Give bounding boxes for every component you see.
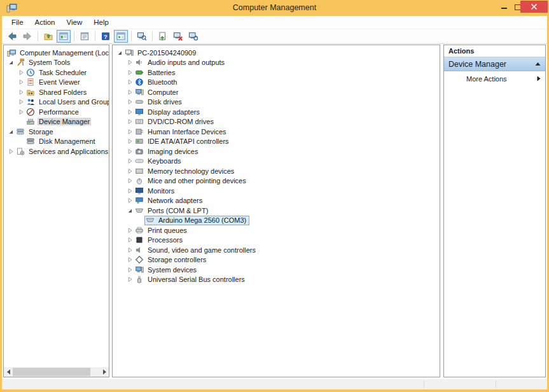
tree-item[interactable]: Storage [4, 127, 109, 137]
collapse-arrow-icon[interactable] [6, 129, 15, 135]
expand-arrow-icon[interactable] [125, 168, 134, 174]
tree-item[interactable]: Batteries [113, 67, 440, 78]
more-actions-item[interactable]: More Actions [444, 73, 545, 85]
actions-pane: Actions Device Manager More Actions [443, 45, 546, 377]
expand-arrow-icon[interactable] [125, 178, 134, 184]
tree-item[interactable]: PC-201504240909 [113, 48, 440, 58]
tree-item[interactable]: IDE ATA/ATAPI controllers [113, 137, 440, 147]
minimize-button[interactable] [501, 8, 507, 9]
tree-item[interactable]: Local Users and Groups [4, 97, 109, 108]
tree-item[interactable]: Ports (COM & LPT) [113, 206, 440, 216]
tree-item[interactable]: Bluetooth [113, 78, 440, 88]
menu-action[interactable]: Action [29, 17, 61, 29]
expand-arrow-icon[interactable] [125, 227, 134, 234]
tree-item-label: PC-201504240909 [136, 49, 197, 57]
menu-view[interactable]: View [61, 17, 88, 29]
tree-item[interactable]: Services and Applications [4, 146, 109, 157]
menu-file[interactable]: File [6, 17, 29, 29]
tree-item[interactable]: Mice and other pointing devices [113, 176, 440, 186]
ide-controller-icon [134, 137, 144, 146]
close-button[interactable] [520, 1, 548, 13]
tree-item[interactable]: Imaging devices [113, 146, 440, 157]
tree-item[interactable]: Processors [113, 235, 440, 246]
computer-refresh-icon [188, 31, 198, 41]
tree-item[interactable]: Performance [4, 107, 109, 117]
expand-arrow-icon[interactable] [125, 267, 134, 273]
tree-item[interactable]: Human Interface Devices [113, 127, 440, 137]
actions-group-device-manager[interactable]: Device Manager [444, 57, 545, 71]
tree-item[interactable]: Disk Management [4, 137, 109, 147]
show-action-pane-button[interactable] [114, 30, 128, 43]
scan-hardware-button[interactable] [186, 30, 200, 43]
tree-item[interactable]: System devices [113, 265, 440, 275]
up-level-button[interactable] [41, 30, 55, 43]
expand-arrow-icon[interactable] [125, 99, 134, 105]
scroll-right-arrow-icon[interactable] [100, 367, 109, 377]
expand-arrow-icon[interactable] [125, 247, 134, 253]
back-button[interactable] [5, 30, 19, 43]
tree-item[interactable]: Shared Folders [4, 87, 109, 97]
expand-arrow-icon[interactable] [125, 158, 134, 164]
expand-arrow-icon[interactable] [125, 129, 134, 135]
tree-item[interactable]: Print queues [113, 225, 440, 235]
expand-arrow-icon[interactable] [125, 276, 134, 283]
tree-item[interactable]: Storage controllers [113, 255, 440, 265]
scrollbar-track[interactable] [13, 367, 100, 377]
tree-item[interactable]: Computer Management (Local [4, 48, 109, 58]
tree-item[interactable]: Computer [113, 87, 440, 97]
help-button[interactable]: ? [99, 30, 113, 43]
expand-arrow-icon[interactable] [125, 79, 134, 85]
update-driver-button[interactable] [156, 30, 170, 43]
tree-item[interactable]: Arduino Mega 2560 (COM3) [113, 216, 440, 226]
tree-item[interactable]: Display adapters [113, 107, 440, 117]
expand-arrow-icon[interactable] [125, 256, 134, 263]
tree-item[interactable]: Keyboards [113, 157, 440, 167]
forward-button[interactable] [20, 30, 34, 43]
expand-arrow-icon[interactable] [125, 148, 134, 155]
expand-arrow-icon[interactable] [125, 69, 134, 76]
toolbar-separator [131, 31, 132, 41]
tree-item[interactable]: System Tools [4, 58, 109, 68]
expand-arrow-icon[interactable] [125, 197, 134, 204]
scrollbar-thumb[interactable] [13, 368, 90, 376]
expand-arrow-icon[interactable] [125, 188, 134, 194]
tree-item[interactable]: DVD/CD-ROM drives [113, 117, 440, 127]
collapse-arrow-icon[interactable] [125, 207, 134, 214]
tree-item[interactable]: Sound, video and game controllers [113, 245, 440, 255]
serial-port-icon [145, 216, 155, 225]
list-options-button[interactable] [78, 30, 92, 43]
expand-arrow-icon[interactable] [125, 118, 134, 125]
tree-item[interactable]: Event Viewer [4, 78, 109, 88]
expand-arrow-icon[interactable] [17, 109, 25, 115]
chevron-up-icon[interactable] [535, 62, 541, 66]
display-adapter-icon [134, 108, 144, 116]
expand-arrow-icon[interactable] [17, 79, 25, 85]
expand-arrow-icon[interactable] [125, 138, 134, 144]
find-computer-button[interactable] [135, 30, 149, 43]
show-console-tree-button[interactable] [57, 30, 71, 43]
tree-item[interactable]: Network adapters [113, 196, 440, 206]
expand-arrow-icon[interactable] [17, 89, 25, 95]
expand-arrow-icon[interactable] [125, 109, 134, 115]
expand-arrow-icon[interactable] [6, 148, 15, 155]
expand-arrow-icon[interactable] [125, 89, 134, 95]
collapse-arrow-icon[interactable] [115, 50, 124, 56]
collapse-arrow-icon[interactable] [6, 59, 15, 66]
expand-arrow-icon[interactable] [125, 59, 134, 66]
expand-arrow-icon[interactable] [17, 69, 25, 76]
tree-item[interactable]: Device Manager [4, 117, 109, 127]
menu-help[interactable]: Help [88, 17, 115, 29]
horizontal-scrollbar[interactable] [4, 367, 109, 377]
expand-arrow-icon[interactable] [17, 99, 25, 105]
tree-item[interactable]: Monitors [113, 186, 440, 196]
tree-item[interactable]: Universal Serial Bus controllers [113, 275, 440, 285]
tree-item[interactable]: Audio inputs and outputs [113, 58, 440, 68]
actions-pane-title: Actions [444, 45, 545, 57]
title-bar: Computer Management [0, 0, 549, 16]
expand-arrow-icon[interactable] [125, 237, 134, 243]
scroll-left-arrow-icon[interactable] [4, 367, 13, 377]
tree-item[interactable]: Disk drives [113, 97, 440, 108]
uninstall-device-button[interactable] [171, 30, 185, 43]
tree-item[interactable]: Memory technology devices [113, 166, 440, 176]
tree-item[interactable]: Task Scheduler [4, 67, 109, 78]
